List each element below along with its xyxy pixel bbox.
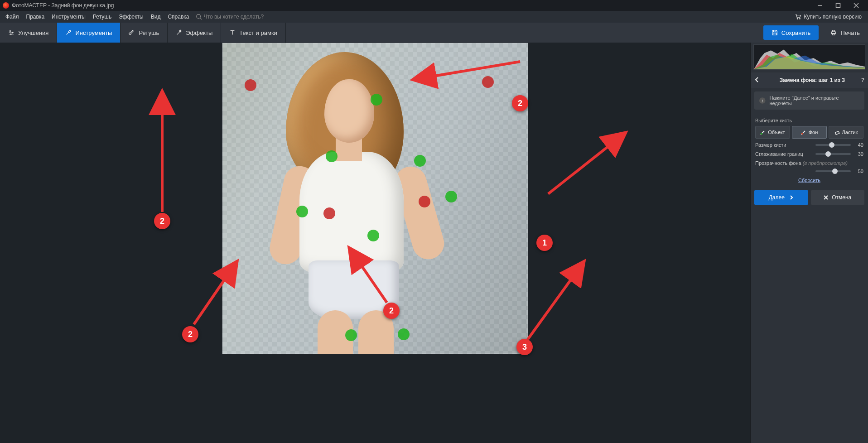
cancel-button[interactable]: Отмена [811,190,865,205]
svg-point-11 [10,30,11,32]
menu-file[interactable]: Файл [2,12,23,22]
svg-point-4 [196,14,200,19]
svg-rect-16 [833,34,835,35]
brush-size-value: 40 [854,142,863,148]
tab-label: Эффекты [186,29,212,36]
svg-rect-15 [833,30,835,32]
chevron-left-icon [754,77,760,82]
menu-edit[interactable]: Правка [23,12,48,22]
annotation-2: 2 [182,326,198,342]
panel-action-row: Далее Отмена [751,190,868,209]
tab-instruments[interactable]: Инструменты [57,23,121,43]
save-button[interactable]: Сохранить [763,25,819,40]
tab-improvements[interactable]: Улучшения [0,23,57,43]
panel-back-button[interactable] [754,77,760,84]
menu-search[interactable]: Что вы хотите сделать? [196,14,264,20]
menu-help[interactable]: Справка [164,12,193,22]
brush-background-button[interactable]: Фон [792,126,827,139]
window-minimize-button[interactable] [811,0,829,11]
object-marker [414,155,426,167]
tab-label: Текст и рамки [239,29,277,36]
side-panel: Замена фона: шаг 1 из 3 ? i Нажмите "Дал… [750,43,868,443]
bg-opacity-label: Прозрачность фона [755,160,801,166]
brush-green-icon [760,130,766,135]
brush-icon [129,29,135,36]
svg-point-20 [801,133,803,135]
print-button[interactable]: Печать [822,23,868,43]
svg-point-19 [761,133,762,135]
brush-size-label: Размер кисти [755,142,813,148]
panel-header: Замена фона: шаг 1 из 3 ? [751,72,868,88]
svg-point-13 [10,34,12,35]
smooth-slider[interactable] [815,153,851,155]
object-marker [367,230,379,241]
search-icon [196,14,202,20]
brush-section: Выберите кисть Объект Фон Ластик Размер … [751,113,868,190]
close-icon [824,195,828,200]
brush-eraser-button[interactable]: Ластик [829,126,863,139]
tab-text-frames[interactable]: Текст и рамки [221,23,286,43]
tab-retouch[interactable]: Ретушь [121,23,168,43]
cancel-label: Отмена [832,194,851,201]
menu-view[interactable]: Вид [147,12,164,22]
annotation-3: 3 [516,339,533,355]
svg-rect-1 [836,4,840,8]
menu-retouch[interactable]: Ретушь [89,12,115,22]
brush-size-slider[interactable] [815,144,851,146]
svg-line-5 [200,18,202,20]
histogram-graphic [754,45,865,69]
annotation-2: 2 [154,213,170,229]
panel-tip-text: Нажмите "Далее" и исправьте недочёты [770,95,860,106]
menu-effects[interactable]: Эффекты [115,12,147,22]
svg-rect-21 [835,131,839,135]
panel-help-button[interactable]: ? [861,77,864,83]
window-title: ФотоМАСТЕР - Задний фон девушка.jpg [12,2,114,9]
tab-effects[interactable]: Эффекты [168,23,221,43]
tab-label: Улучшения [18,29,48,36]
brush-label: Объект [768,130,785,135]
brush-label: Фон [809,130,818,135]
svg-point-12 [12,32,13,34]
window-maximize-button[interactable] [829,0,847,11]
info-icon: i [759,97,766,104]
eraser-icon [834,130,840,135]
panel-tip: i Нажмите "Далее" и исправьте недочёты [754,91,864,110]
print-icon [830,29,837,36]
app-icon [3,2,9,9]
magic-icon [176,29,182,36]
canvas-area[interactable] [0,43,750,443]
next-label: Далее [769,194,785,201]
object-marker [371,94,382,106]
search-placeholder: Что вы хотите сделать? [204,14,264,20]
bg-opacity-row: Прозрачность фона (в предпросмотре) 50 [755,160,863,174]
buy-full-version-link[interactable]: Купить полную версию [791,12,866,22]
window-close-button[interactable] [847,0,865,11]
brush-object-button[interactable]: Объект [755,126,790,139]
bg-marker [419,196,430,207]
print-label: Печать [840,29,860,36]
object-marker [445,191,457,202]
smooth-label: Сглаживание границ [755,151,813,157]
bg-opacity-value: 50 [854,169,863,174]
bg-opacity-slider[interactable] [815,170,851,172]
object-marker [345,329,357,341]
annotation-2: 2 [383,303,400,319]
menu-tools[interactable]: Инструменты [48,12,89,22]
brush-section-label: Выберите кисть [755,118,863,123]
text-icon [229,29,236,36]
menu-bar: Файл Правка Инструменты Ретушь Эффекты В… [0,11,868,23]
brush-red-icon [801,130,806,135]
smooth-row: Сглаживание границ 30 [755,151,863,157]
object-marker [398,328,410,340]
tab-label: Ретушь [139,29,159,36]
reset-link[interactable]: Сбросить [755,178,863,183]
svg-point-7 [799,18,800,19]
brush-label: Ластик [842,130,858,135]
bg-opacity-note: (в предпросмотре) [803,160,848,166]
save-label: Сохранить [781,29,811,36]
next-button[interactable]: Далее [754,190,808,205]
photo-canvas[interactable] [222,43,528,354]
bg-marker [323,207,335,219]
wrench-icon [65,29,72,36]
annotation-1: 1 [536,235,553,251]
